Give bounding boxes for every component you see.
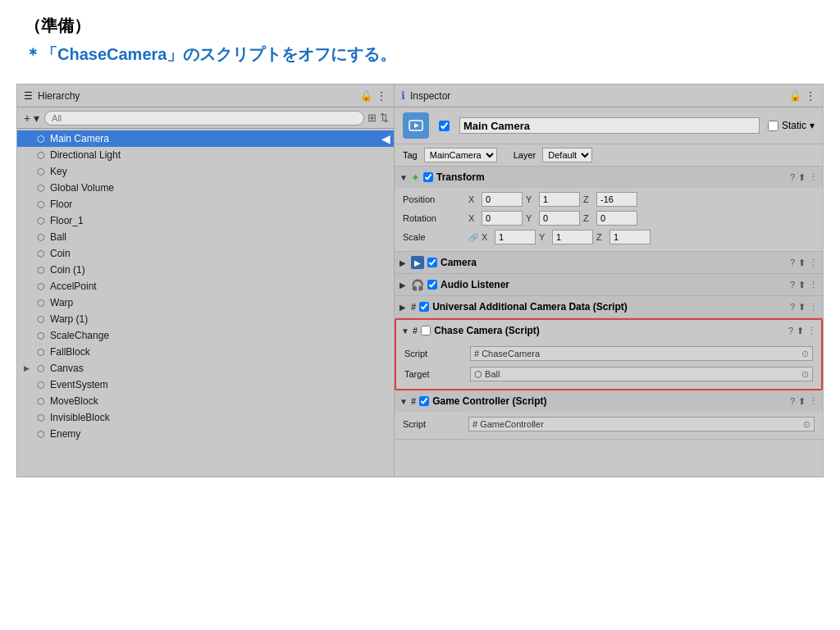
layer-select[interactable]: Default <box>542 148 592 162</box>
instruction-text: ＊「ChaseCamera」のスクリプトをオフにする。 <box>25 43 815 66</box>
inspector-info-icon: ℹ <box>401 89 405 102</box>
z-input[interactable] <box>609 230 651 244</box>
component-header-universal-camera[interactable]: ▶ # Universal Additional Camera Data (Sc… <box>395 296 823 317</box>
component-checkbox-transform[interactable] <box>423 172 433 182</box>
inspector-lock-icon[interactable]: 🔓 <box>789 90 801 102</box>
hierarchy-item-warp1[interactable]: ⬡Warp (1) <box>17 311 394 327</box>
settings-icon[interactable]: ⬆ <box>798 302 806 313</box>
component-header-camera[interactable]: ▶ ▶ Camera ? ⬆ ⋮ <box>395 252 823 273</box>
component-header-game-controller[interactable]: ▼ # Game Controller (Script) ? ⬆ ⋮ <box>395 390 823 412</box>
help-icon[interactable]: ? <box>790 258 795 268</box>
component-checkbox-universal-camera[interactable] <box>419 302 429 312</box>
help-icon[interactable]: ? <box>788 326 793 336</box>
hierarchy-item-enemy[interactable]: ⬡Enemy <box>17 426 394 442</box>
y-input[interactable] <box>539 192 580 207</box>
more-icon[interactable]: ⋮ <box>809 258 818 268</box>
hierarchy-search-input[interactable] <box>44 111 364 126</box>
transform-icon: ✦ <box>411 171 420 184</box>
object-active-checkbox[interactable] <box>439 121 450 131</box>
more-icon[interactable]: ⋮ <box>809 280 818 290</box>
help-icon[interactable]: ? <box>790 280 795 290</box>
hierarchy-more-icon[interactable]: ⋮ <box>376 89 387 103</box>
object-header: Static ▾ <box>395 107 823 144</box>
hierarchy-add-button[interactable]: + ▾ <box>22 112 41 125</box>
hierarchy-item-moveblock[interactable]: ⬡MoveBlock <box>17 393 394 409</box>
settings-icon[interactable]: ⬆ <box>797 326 804 336</box>
object-name-input[interactable] <box>459 117 760 134</box>
hierarchy-item-warp[interactable]: ⬡Warp <box>17 294 394 311</box>
component-checkbox-chase-camera[interactable] <box>421 326 431 336</box>
help-icon[interactable]: ? <box>790 302 795 313</box>
component-header-chase-camera[interactable]: ▼ # Chase Camera (Script) ? ⬆ ⋮ <box>396 320 821 341</box>
z-input[interactable] <box>596 211 637 226</box>
component-transform: ▼ ✦ Transform ? ⬆ ⋮ Position X Y Z <box>395 167 823 252</box>
x-input[interactable] <box>482 211 523 226</box>
component-actions: ? ⬆ ⋮ <box>790 302 818 313</box>
hierarchy-lock-icon[interactable]: 🔓 <box>360 90 372 102</box>
hierarchy-item-main-camera[interactable]: ⬡Main Camera◀ <box>17 130 394 147</box>
y-input[interactable] <box>539 211 580 226</box>
item-label: Enemy <box>50 428 390 440</box>
unity-editor: ☰ Hierarchy 🔓 ⋮ + ▾ ⊞ ⇅ ⬡Main Camera◀⬡Di… <box>16 84 824 477</box>
component-body-chase-camera: Script # ChaseCamera ⊙ Target ⬡ Ball ⊙ <box>396 341 821 389</box>
hierarchy-item-global-volume[interactable]: ⬡Global Volume <box>17 180 394 196</box>
settings-icon[interactable]: ⬆ <box>798 396 806 407</box>
item-icon: ⬡ <box>35 429 47 440</box>
hierarchy-item-coin[interactable]: ⬡Coin <box>17 245 394 262</box>
target-select-icon[interactable]: ⊙ <box>801 369 809 380</box>
item-icon: ⬡ <box>35 265 47 276</box>
tag-select[interactable]: MainCamera <box>424 148 497 162</box>
y-input[interactable] <box>552 230 593 244</box>
hierarchy-item-floor[interactable]: ⬡Floor <box>17 196 394 212</box>
item-icon: ⬡ <box>35 199 47 210</box>
z-label: Z <box>596 232 606 242</box>
component-header-transform[interactable]: ▼ ✦ Transform ? ⬆ ⋮ <box>395 167 823 188</box>
inspector-more-icon[interactable]: ⋮ <box>805 89 816 103</box>
hierarchy-item-scalechange[interactable]: ⬡ScaleChange <box>17 327 394 344</box>
more-icon[interactable]: ⋮ <box>809 172 818 183</box>
hierarchy-sort-icon[interactable]: ⇅ <box>380 112 389 124</box>
hierarchy-item-key[interactable]: ⬡Key <box>17 163 394 180</box>
help-icon[interactable]: ? <box>790 172 795 183</box>
hierarchy-item-eventsystem[interactable]: ⬡EventSystem <box>17 377 394 393</box>
hierarchy-item-directional-light[interactable]: ⬡Directional Light <box>17 147 394 163</box>
more-icon[interactable]: ⋮ <box>809 396 818 407</box>
settings-icon[interactable]: ⬆ <box>798 280 806 290</box>
more-icon[interactable]: ⋮ <box>809 302 818 313</box>
script-value: # ChaseCamera ⊙ <box>470 346 813 361</box>
hierarchy-item-invisibleblock[interactable]: ⬡InvisibleBlock <box>17 409 394 426</box>
static-dropdown-icon[interactable]: ▾ <box>810 120 815 131</box>
x-input[interactable] <box>482 192 523 207</box>
component-checkbox-game-controller[interactable] <box>419 396 429 406</box>
y-label: Y <box>526 213 536 223</box>
inspector-title: Inspector <box>410 90 450 102</box>
more-icon[interactable]: ⋮ <box>807 326 816 336</box>
link-icon: 🔗 <box>468 233 478 242</box>
target-select-icon[interactable]: ⊙ <box>803 419 810 430</box>
script-field-script: Script # ChaseCamera ⊙ <box>404 345 813 363</box>
item-icon: ⬡ <box>35 150 47 161</box>
field-values: 🔗 X Y Z <box>468 230 815 244</box>
component-checkbox-audio-listener[interactable] <box>427 280 437 290</box>
target-select-icon[interactable]: ⊙ <box>801 349 809 359</box>
component-actions: ? ⬆ ⋮ <box>790 280 818 290</box>
hierarchy-item-canvas[interactable]: ▶⬡Canvas <box>17 360 394 377</box>
x-input[interactable] <box>495 230 536 244</box>
help-icon[interactable]: ? <box>790 396 795 407</box>
hierarchy-item-fallblock[interactable]: ⬡FallBlock <box>17 344 394 360</box>
component-checkbox-camera[interactable] <box>427 258 437 267</box>
hierarchy-item-coin1[interactable]: ⬡Coin (1) <box>17 262 394 278</box>
item-label: EventSystem <box>50 379 390 390</box>
field-values: X Y Z <box>468 192 815 207</box>
component-toggle: ▶ <box>399 303 408 312</box>
hierarchy-item-accelpoint[interactable]: ⬡AccelPoint <box>17 278 394 294</box>
hierarchy-filter-icon[interactable]: ⊞ <box>368 112 377 124</box>
z-input[interactable] <box>596 192 637 207</box>
hierarchy-item-ball[interactable]: ⬡Ball <box>17 229 394 245</box>
settings-icon[interactable]: ⬆ <box>798 172 806 183</box>
static-checkbox[interactable] <box>768 121 778 131</box>
hierarchy-item-floor1[interactable]: ⬡Floor_1 <box>17 212 394 229</box>
settings-icon[interactable]: ⬆ <box>798 258 806 268</box>
component-header-audio-listener[interactable]: ▶ 🎧 Audio Listener ? ⬆ ⋮ <box>395 274 823 295</box>
component-body-game-controller: Script # GameController ⊙ <box>395 412 823 439</box>
